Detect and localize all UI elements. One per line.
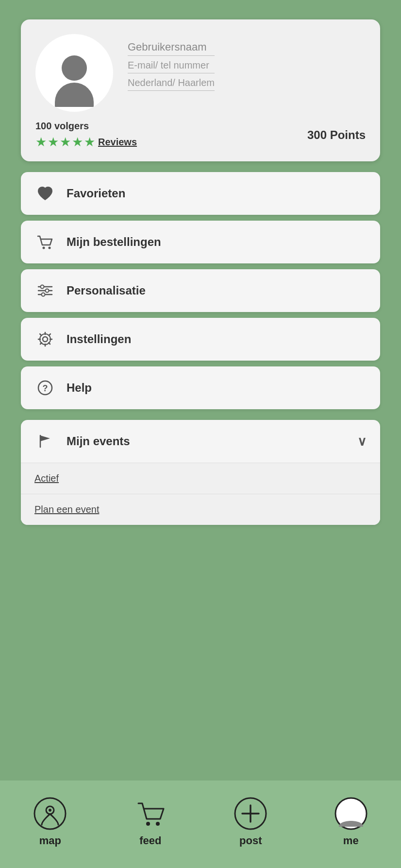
profile-card: Gebruikersnaam E-mail/ tel nummer Nederl… [21, 19, 380, 161]
menu-item-bestellingen[interactable]: Mijn bestellingen [21, 221, 380, 263]
svg-point-6 [46, 289, 49, 293]
heart-icon [34, 183, 56, 204]
nav-post-label: post [239, 834, 262, 847]
reviews-link[interactable]: Reviews [98, 137, 137, 148]
actief-label: Actief [34, 473, 59, 484]
avatar-person [55, 34, 94, 112]
svg-point-5 [41, 285, 44, 289]
nav-map-label: map [39, 834, 61, 847]
profile-top: Gebruikersnaam E-mail/ tel nummer Nederl… [35, 34, 366, 112]
help-label: Help [67, 381, 92, 395]
events-header-label: Mijn events [67, 434, 130, 448]
svg-point-0 [43, 247, 45, 249]
plus-circle-icon [234, 797, 267, 831]
star-4: ★ [72, 135, 83, 150]
avatar-body [55, 83, 94, 107]
personalisatie-label: Personalisatie [67, 284, 146, 297]
events-sub-items: Actief Plan een event [21, 463, 380, 525]
username-label: Gebruikersnaam [128, 41, 215, 56]
events-section: Mijn events ∨ Actief Plan een event [21, 420, 380, 525]
menu-item-favorieten[interactable]: Favorieten [21, 172, 380, 215]
svg-point-8 [43, 337, 48, 342]
svg-text:?: ? [43, 383, 48, 393]
map-pin-icon [33, 797, 67, 831]
menu-item-instellingen[interactable]: Instellingen [21, 318, 380, 361]
svg-point-16 [156, 822, 160, 826]
nav-item-me[interactable]: me [301, 797, 401, 847]
points-label: 300 Points [307, 128, 366, 142]
stars-reviews: ★ ★ ★ ★ ★ Reviews [35, 135, 137, 150]
profile-info: Gebruikersnaam E-mail/ tel nummer Nederl… [128, 34, 215, 91]
location-label: Nederland/ Haarlem [128, 77, 215, 91]
svg-point-9 [40, 334, 50, 345]
nav-item-map[interactable]: map [0, 797, 100, 847]
favorieten-label: Favorieten [67, 187, 125, 200]
person-circle-icon [334, 797, 368, 831]
svg-point-15 [146, 822, 150, 826]
flag-icon [34, 431, 56, 452]
question-icon: ? [34, 377, 56, 399]
svg-point-7 [42, 293, 45, 296]
nav-feed-label: feed [139, 834, 161, 847]
main-container: Gebruikersnaam E-mail/ tel nummer Nederl… [21, 19, 380, 525]
followers-section: 100 volgers ★ ★ ★ ★ ★ Reviews [35, 121, 137, 150]
menu-item-help[interactable]: ? Help [21, 366, 380, 409]
events-sub-item-actief[interactable]: Actief [21, 463, 380, 494]
svg-point-14 [49, 809, 51, 812]
plan-event-label: Plan een event [34, 504, 99, 515]
chevron-down-icon: ∨ [357, 434, 367, 449]
avatar [35, 34, 113, 112]
instellingen-label: Instellingen [67, 332, 131, 346]
star-1: ★ [35, 135, 47, 150]
events-header-left: Mijn events [34, 431, 130, 452]
events-header[interactable]: Mijn events ∨ [21, 420, 380, 463]
star-3: ★ [60, 135, 71, 150]
nav-item-post[interactable]: post [200, 797, 301, 847]
nav-item-feed[interactable]: feed [100, 797, 201, 847]
bestellingen-label: Mijn bestellingen [67, 235, 161, 249]
menu-section: Favorieten Mijn bestellingen [21, 172, 380, 409]
contact-label: E-mail/ tel nummer [128, 60, 215, 73]
events-sub-item-plan[interactable]: Plan een event [21, 494, 380, 525]
gear-icon [34, 329, 56, 350]
star-2: ★ [48, 135, 59, 150]
svg-point-21 [346, 805, 356, 815]
avatar-head [62, 55, 87, 81]
stars: ★ ★ ★ ★ ★ [35, 135, 95, 150]
cart-icon [34, 231, 56, 253]
star-5: ★ [84, 135, 95, 150]
followers-count: 100 volgers [35, 121, 137, 132]
nav-me-label: me [343, 834, 359, 847]
bottom-nav: map feed post [0, 781, 401, 868]
menu-item-personalisatie[interactable]: Personalisatie [21, 269, 380, 312]
svg-point-1 [49, 247, 51, 249]
sliders-icon [34, 280, 56, 301]
cart-nav-icon [134, 797, 167, 831]
profile-bottom: 100 volgers ★ ★ ★ ★ ★ Reviews 300 Points [35, 121, 366, 150]
